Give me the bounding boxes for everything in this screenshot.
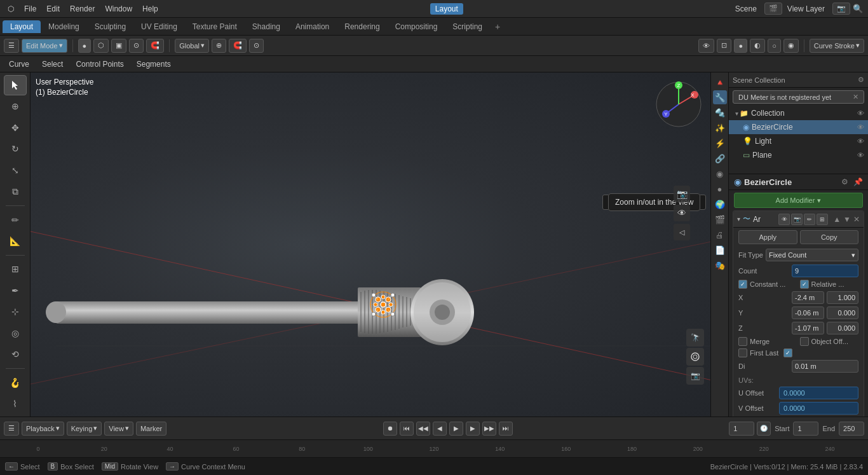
world-icon-btn[interactable]: 🌍: [713, 197, 727, 211]
constant-checkbox[interactable]: [738, 280, 747, 289]
select-tool[interactable]: [4, 75, 27, 95]
first-last-checkbox[interactable]: [738, 348, 747, 357]
tab-shading[interactable]: Shading: [245, 20, 288, 33]
modifier-remove-icon[interactable]: ✕: [853, 215, 860, 224]
proportional-editing-btn[interactable]: ⊙: [249, 39, 264, 53]
y-right-field[interactable]: 0.000: [827, 306, 858, 319]
fit-type-selector[interactable]: Fixed Count ▾: [766, 249, 858, 261]
extrude-tool[interactable]: ⊹: [4, 302, 27, 322]
mode-selector[interactable]: ☰: [4, 39, 19, 53]
light-visibility-icon[interactable]: 👁: [857, 137, 864, 145]
modifier-render-icon[interactable]: 📷: [791, 214, 803, 225]
transform-tool[interactable]: ⧉: [4, 181, 27, 201]
modifier-edit-icon[interactable]: ✏: [804, 214, 815, 225]
physics-icon-btn[interactable]: ⚡: [713, 136, 727, 150]
segments-menu-item[interactable]: Segments: [132, 59, 176, 70]
measure-tool[interactable]: 📐: [4, 231, 27, 251]
camera-nav-icon[interactable]: 📷: [674, 186, 690, 202]
bottom-left-icon[interactable]: ☰: [4, 422, 19, 436]
blender-logo[interactable]: ⬡: [3, 3, 19, 15]
transform-pivot-btn[interactable]: ⊕: [212, 39, 226, 53]
render-icon-btn[interactable]: 🎬: [713, 212, 727, 226]
scene-icon-btn[interactable]: 🎭: [713, 258, 727, 272]
outliner-item-bezier[interactable]: ◉ BezierCircle 👁: [729, 120, 868, 134]
control-points-menu-item[interactable]: Control Points: [71, 59, 128, 70]
modifier-expand-icon[interactable]: ▾: [737, 216, 740, 223]
outliner-icon-btn[interactable]: 🔺: [713, 75, 727, 89]
select-menu-item[interactable]: Select: [37, 59, 68, 70]
select-vertex-btn[interactable]: ●: [78, 39, 92, 53]
view-layer-icon-btn[interactable]: 📄: [713, 243, 727, 257]
current-frame-field[interactable]: 1: [729, 422, 754, 436]
outliner-item-plane[interactable]: ▭ Plane 👁: [729, 148, 868, 162]
transport-prev-frame-btn[interactable]: ◀◀: [416, 422, 430, 436]
timeline[interactable]: 0 20 40 60 80 100 120 140 160 180 200 22…: [0, 439, 868, 457]
copy-btn[interactable]: Copy: [800, 230, 859, 244]
path-tool[interactable]: ⌇: [4, 394, 27, 414]
radius-tool[interactable]: ◎: [4, 323, 27, 343]
count-field[interactable]: 9: [792, 265, 858, 277]
start-frame-field[interactable]: 1: [793, 422, 818, 436]
layout-tab-top[interactable]: Layout: [430, 3, 463, 15]
add-curve-tool[interactable]: ⊞: [4, 259, 27, 279]
tab-rendering[interactable]: Rendering: [337, 20, 387, 33]
view-dropdown-bottom[interactable]: View ▾: [104, 422, 133, 436]
tab-sculpting[interactable]: Sculpting: [87, 20, 133, 33]
merge-checkbox[interactable]: [738, 337, 747, 346]
notification-close-icon[interactable]: ✕: [853, 93, 858, 101]
add-modifier-btn[interactable]: Add Modifier ▾: [734, 193, 863, 208]
tab-animation[interactable]: Animation: [288, 20, 337, 33]
tab-modeling[interactable]: Modeling: [41, 20, 87, 33]
tab-uv-editing[interactable]: UV Editing: [133, 20, 185, 33]
playback-dropdown[interactable]: Playback ▾: [22, 422, 64, 436]
z-right-field[interactable]: 0.000: [827, 322, 858, 334]
marker-dropdown[interactable]: Marker: [136, 422, 166, 436]
transport-play-btn[interactable]: ▶: [449, 422, 463, 436]
render-menu[interactable]: Render: [65, 3, 100, 15]
tab-scripting[interactable]: Scripting: [445, 20, 490, 33]
orientation-selector[interactable]: Global ▾: [175, 39, 209, 53]
solid-shading-btn[interactable]: ●: [734, 39, 747, 53]
z-value-field[interactable]: -1.07 m: [792, 322, 824, 334]
transport-next-frame-btn[interactable]: ▶▶: [482, 422, 496, 436]
outliner-filter-icon[interactable]: ⚙: [858, 76, 864, 84]
transport-prev-btn[interactable]: ◀: [433, 422, 447, 436]
snap-toggle-btn[interactable]: 🧲: [146, 39, 164, 53]
zoom-out-btn[interactable]: [686, 348, 704, 366]
tilt-tool[interactable]: ⟲: [4, 345, 27, 364]
di-field[interactable]: 0.01 m: [792, 360, 858, 373]
properties-settings-icon[interactable]: ⚙: [841, 177, 848, 186]
add-workspace-btn[interactable]: +: [495, 22, 500, 32]
properties-pin-icon[interactable]: 📌: [853, 177, 863, 186]
transport-next-btn[interactable]: ▶: [466, 422, 480, 436]
sidebar-toggle-icon[interactable]: ◁: [674, 224, 690, 240]
tab-compositing[interactable]: Compositing: [388, 20, 445, 33]
object-data-icon-btn[interactable]: ◉: [713, 167, 727, 181]
particles-icon-btn[interactable]: ✨: [713, 121, 727, 135]
output-icon-btn[interactable]: 🖨: [713, 228, 727, 242]
view-layer-selector[interactable]: 📷: [832, 3, 850, 15]
modifier-realtime-icon[interactable]: 👁: [778, 214, 790, 225]
viewport[interactable]: User Perspective (1) BezierCircle X Y Z: [31, 72, 710, 416]
tab-layout[interactable]: Layout: [3, 20, 41, 33]
view-nav-icon2[interactable]: 👁: [674, 205, 690, 221]
x-value-field[interactable]: -2.4 m: [792, 291, 824, 304]
y-value-field[interactable]: -0.06 m: [792, 306, 824, 319]
search-icon[interactable]: 🔍: [853, 4, 863, 13]
u-offset-field[interactable]: 0.0000: [779, 387, 858, 399]
annotate-tool[interactable]: ✏: [4, 210, 27, 230]
zoom-in-btn[interactable]: 🔭: [686, 329, 704, 347]
properties-icon-btn[interactable]: 🔧: [713, 90, 727, 104]
plane-visibility-icon[interactable]: 👁: [857, 151, 864, 159]
window-menu[interactable]: Window: [100, 3, 137, 15]
file-menu[interactable]: File: [19, 3, 41, 15]
keying-dropdown[interactable]: Keying ▾: [67, 422, 102, 436]
eevee-shading-btn[interactable]: ◉: [783, 39, 799, 53]
overlay-btn[interactable]: 👁: [698, 39, 714, 53]
tab-texture-paint[interactable]: Texture Paint: [185, 20, 245, 33]
edit-menu[interactable]: Edit: [41, 3, 65, 15]
move-tool[interactable]: ✥: [4, 118, 27, 137]
modifier-up-icon[interactable]: ▲: [833, 215, 841, 224]
select-edge-btn[interactable]: ⬡: [93, 39, 109, 53]
help-menu[interactable]: Help: [137, 3, 163, 15]
